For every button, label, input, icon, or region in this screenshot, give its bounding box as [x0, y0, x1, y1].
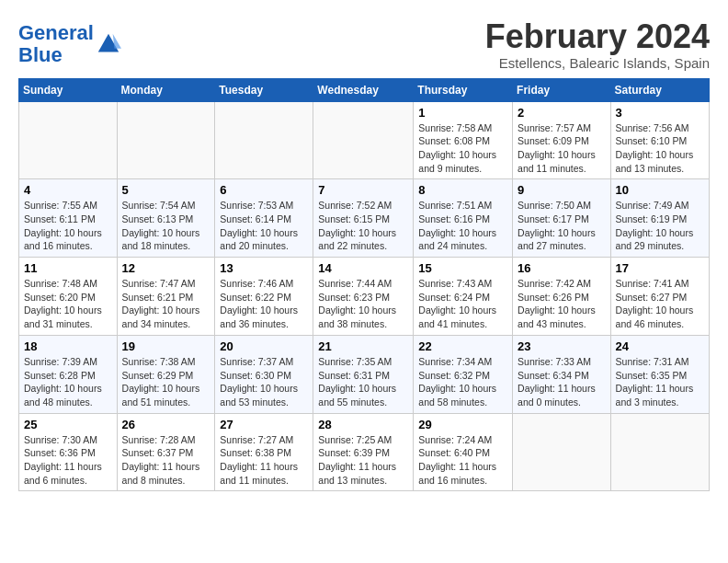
day-number: 23 — [518, 339, 606, 353]
calendar-day-cell — [313, 101, 414, 179]
day-info: Sunrise: 7:41 AM Sunset: 6:27 PM Dayligh… — [616, 277, 704, 331]
calendar-day-cell: 1Sunrise: 7:58 AM Sunset: 6:08 PM Daylig… — [414, 101, 513, 179]
calendar-day-cell: 20Sunrise: 7:37 AM Sunset: 6:30 PM Dayli… — [215, 335, 313, 413]
weekday-header: Monday — [117, 78, 215, 101]
day-info: Sunrise: 7:34 AM Sunset: 6:32 PM Dayligh… — [418, 355, 507, 409]
day-info: Sunrise: 7:27 AM Sunset: 6:38 PM Dayligh… — [220, 433, 308, 488]
calendar-day-cell: 11Sunrise: 7:48 AM Sunset: 6:20 PM Dayli… — [19, 258, 118, 336]
day-info: Sunrise: 7:25 AM Sunset: 6:39 PM Dayligh… — [318, 433, 408, 488]
day-number: 6 — [220, 183, 308, 197]
day-info: Sunrise: 7:58 AM Sunset: 6:08 PM Dayligh… — [418, 121, 507, 176]
calendar-day-cell — [117, 101, 215, 179]
calendar-week-row: 4Sunrise: 7:55 AM Sunset: 6:11 PM Daylig… — [19, 179, 710, 258]
day-info: Sunrise: 7:56 AM Sunset: 6:10 PM Dayligh… — [616, 121, 704, 176]
day-info: Sunrise: 7:47 AM Sunset: 6:21 PM Dayligh… — [122, 277, 210, 331]
day-info: Sunrise: 7:42 AM Sunset: 6:26 PM Dayligh… — [518, 277, 606, 331]
calendar-day-cell: 9Sunrise: 7:50 AM Sunset: 6:17 PM Daylig… — [513, 179, 611, 258]
weekday-header: Thursday — [414, 78, 513, 101]
calendar-day-cell: 4Sunrise: 7:55 AM Sunset: 6:11 PM Daylig… — [19, 179, 118, 258]
day-info: Sunrise: 7:57 AM Sunset: 6:09 PM Dayligh… — [518, 121, 606, 176]
day-number: 22 — [418, 339, 507, 353]
title-block: February 2024 Estellencs, Balearic Islan… — [485, 18, 710, 71]
day-number: 2 — [518, 106, 606, 120]
day-info: Sunrise: 7:30 AM Sunset: 6:36 PM Dayligh… — [24, 433, 112, 488]
day-number: 9 — [518, 183, 606, 197]
day-info: Sunrise: 7:35 AM Sunset: 6:31 PM Dayligh… — [318, 355, 408, 409]
calendar-day-cell: 18Sunrise: 7:39 AM Sunset: 6:28 PM Dayli… — [19, 335, 118, 413]
calendar-week-row: 18Sunrise: 7:39 AM Sunset: 6:28 PM Dayli… — [19, 335, 710, 413]
weekday-header: Saturday — [610, 78, 709, 101]
day-info: Sunrise: 7:44 AM Sunset: 6:23 PM Dayligh… — [318, 277, 408, 331]
day-number: 8 — [418, 183, 507, 197]
day-number: 24 — [616, 339, 704, 353]
calendar-day-cell: 2Sunrise: 7:57 AM Sunset: 6:09 PM Daylig… — [513, 101, 611, 179]
calendar-day-cell: 3Sunrise: 7:56 AM Sunset: 6:10 PM Daylig… — [610, 101, 709, 179]
calendar-body: 1Sunrise: 7:58 AM Sunset: 6:08 PM Daylig… — [19, 101, 710, 491]
day-info: Sunrise: 7:52 AM Sunset: 6:15 PM Dayligh… — [318, 199, 408, 253]
day-number: 29 — [418, 418, 507, 431]
day-info: Sunrise: 7:28 AM Sunset: 6:37 PM Dayligh… — [122, 433, 210, 488]
calendar-day-cell: 22Sunrise: 7:34 AM Sunset: 6:32 PM Dayli… — [414, 335, 513, 413]
day-info: Sunrise: 7:39 AM Sunset: 6:28 PM Dayligh… — [24, 355, 112, 409]
day-number: 27 — [220, 418, 308, 431]
calendar-day-cell: 26Sunrise: 7:28 AM Sunset: 6:37 PM Dayli… — [117, 413, 215, 491]
day-number: 19 — [122, 339, 210, 353]
page-header: General Blue February 2024 Estellencs, B… — [18, 18, 710, 71]
calendar-day-cell: 15Sunrise: 7:43 AM Sunset: 6:24 PM Dayli… — [414, 258, 513, 336]
day-number: 13 — [220, 261, 308, 275]
day-info: Sunrise: 7:31 AM Sunset: 6:35 PM Dayligh… — [616, 355, 704, 409]
day-number: 14 — [318, 261, 408, 275]
day-number: 20 — [220, 339, 308, 353]
calendar-day-cell: 25Sunrise: 7:30 AM Sunset: 6:36 PM Dayli… — [19, 413, 118, 491]
day-info: Sunrise: 7:38 AM Sunset: 6:29 PM Dayligh… — [122, 355, 210, 409]
day-number: 15 — [418, 261, 507, 275]
calendar-day-cell: 19Sunrise: 7:38 AM Sunset: 6:29 PM Dayli… — [117, 335, 215, 413]
calendar-header-row: SundayMondayTuesdayWednesdayThursdayFrid… — [19, 78, 710, 101]
day-number: 4 — [24, 183, 112, 197]
calendar-day-cell: 16Sunrise: 7:42 AM Sunset: 6:26 PM Dayli… — [513, 258, 611, 336]
day-info: Sunrise: 7:53 AM Sunset: 6:14 PM Dayligh… — [220, 199, 308, 253]
logo: General Blue — [18, 22, 121, 66]
calendar-day-cell: 28Sunrise: 7:25 AM Sunset: 6:39 PM Dayli… — [313, 413, 414, 491]
day-info: Sunrise: 7:54 AM Sunset: 6:13 PM Dayligh… — [122, 199, 210, 253]
weekday-header: Friday — [513, 78, 611, 101]
calendar-table: SundayMondayTuesdayWednesdayThursdayFrid… — [18, 78, 710, 492]
day-info: Sunrise: 7:46 AM Sunset: 6:22 PM Dayligh… — [220, 277, 308, 331]
day-info: Sunrise: 7:43 AM Sunset: 6:24 PM Dayligh… — [418, 277, 507, 331]
calendar-week-row: 1Sunrise: 7:58 AM Sunset: 6:08 PM Daylig… — [19, 101, 710, 179]
day-number: 18 — [24, 339, 112, 353]
day-info: Sunrise: 7:51 AM Sunset: 6:16 PM Dayligh… — [418, 199, 507, 253]
day-info: Sunrise: 7:33 AM Sunset: 6:34 PM Dayligh… — [518, 355, 606, 409]
calendar-day-cell: 14Sunrise: 7:44 AM Sunset: 6:23 PM Dayli… — [313, 258, 414, 336]
day-number: 17 — [616, 261, 704, 275]
calendar-week-row: 25Sunrise: 7:30 AM Sunset: 6:36 PM Dayli… — [19, 413, 710, 491]
day-number: 11 — [24, 261, 112, 275]
weekday-header: Sunday — [19, 78, 118, 101]
calendar-day-cell: 6Sunrise: 7:53 AM Sunset: 6:14 PM Daylig… — [215, 179, 313, 258]
calendar-day-cell: 17Sunrise: 7:41 AM Sunset: 6:27 PM Dayli… — [610, 258, 709, 336]
calendar-day-cell — [513, 413, 611, 491]
day-number: 16 — [518, 261, 606, 275]
calendar-day-cell — [610, 413, 709, 491]
day-number: 10 — [616, 183, 704, 197]
month-title: February 2024 — [485, 18, 710, 55]
calendar-day-cell: 7Sunrise: 7:52 AM Sunset: 6:15 PM Daylig… — [313, 179, 414, 258]
day-number: 26 — [122, 418, 210, 431]
day-info: Sunrise: 7:55 AM Sunset: 6:11 PM Dayligh… — [24, 199, 112, 253]
calendar-day-cell: 13Sunrise: 7:46 AM Sunset: 6:22 PM Dayli… — [215, 258, 313, 336]
calendar-day-cell: 21Sunrise: 7:35 AM Sunset: 6:31 PM Dayli… — [313, 335, 414, 413]
calendar-day-cell: 27Sunrise: 7:27 AM Sunset: 6:38 PM Dayli… — [215, 413, 313, 491]
day-number: 25 — [24, 418, 112, 431]
calendar-day-cell — [215, 101, 313, 179]
calendar-day-cell — [19, 101, 118, 179]
calendar-week-row: 11Sunrise: 7:48 AM Sunset: 6:20 PM Dayli… — [19, 258, 710, 336]
calendar-day-cell: 8Sunrise: 7:51 AM Sunset: 6:16 PM Daylig… — [414, 179, 513, 258]
weekday-header: Tuesday — [215, 78, 313, 101]
calendar-day-cell: 5Sunrise: 7:54 AM Sunset: 6:13 PM Daylig… — [117, 179, 215, 258]
day-number: 5 — [122, 183, 210, 197]
location-title: Estellencs, Balearic Islands, Spain — [485, 55, 710, 71]
day-number: 28 — [318, 418, 408, 431]
weekday-header: Wednesday — [313, 78, 414, 101]
day-number: 1 — [418, 106, 507, 120]
calendar-day-cell: 24Sunrise: 7:31 AM Sunset: 6:35 PM Dayli… — [610, 335, 709, 413]
